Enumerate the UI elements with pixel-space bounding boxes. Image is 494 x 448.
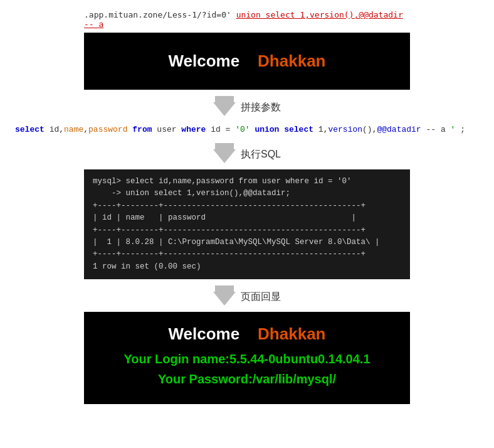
result-login-name: Your Login name:5.5.44-0ubuntu0.14.04.1 bbox=[84, 349, 410, 369]
sql-union: union select bbox=[255, 125, 318, 134]
arrow-head-3 bbox=[213, 292, 236, 306]
url-text: .app.mituan.zone/Less-1/?id=0' bbox=[84, 10, 236, 19]
sql-comment: -- a bbox=[426, 125, 450, 134]
arrow-group-1: 拼接参数 bbox=[213, 96, 281, 116]
mysql-border-2: +----+--------+-------------------------… bbox=[93, 225, 401, 237]
arrow-group-3: 页面回显 bbox=[213, 285, 281, 306]
result-name-label: Dhakkan bbox=[258, 324, 325, 343]
sql-comma1: , bbox=[83, 125, 88, 134]
sql-semi: ; bbox=[460, 125, 465, 134]
arrow-label-3: 页面回显 bbox=[241, 291, 281, 304]
mysql-row: | 1 | 8.0.28 | C:\ProgramData\MySQL\MySQ… bbox=[93, 237, 401, 248]
result-welcome-line: Welcome Dhakkan bbox=[84, 324, 410, 344]
sql-line: select id,name,password from user where … bbox=[9, 122, 485, 137]
mysql-border-3: +----+--------+-------------------------… bbox=[93, 248, 401, 260]
sql-id: id = bbox=[211, 125, 235, 134]
result-box: Welcome Dhakkan Your Login name:5.5.44-0… bbox=[84, 312, 410, 404]
mysql-rowcount: 1 row in set (0.00 sec) bbox=[93, 261, 401, 273]
sql-paren: (), bbox=[362, 125, 377, 134]
result-welcome-label: Welcome bbox=[169, 324, 240, 343]
sql-fields: id, bbox=[50, 125, 64, 134]
arrow-shaft-2 bbox=[215, 143, 234, 149]
arrow-group-2: 执行SQL bbox=[213, 143, 281, 163]
sql-version: version bbox=[328, 125, 362, 134]
sql-where: where bbox=[181, 125, 206, 134]
mysql-line-1: mysql> select id,name,password from user… bbox=[93, 176, 401, 188]
arrow-head-2 bbox=[213, 149, 236, 163]
arrow-shaft-3 bbox=[215, 285, 234, 292]
arrow-shaft-1 bbox=[215, 96, 234, 102]
arrow-head-1 bbox=[213, 102, 236, 116]
mysql-header: | id | name | password | bbox=[93, 212, 401, 224]
mysql-border-1: +----+--------+-------------------------… bbox=[93, 200, 401, 212]
sql-one: 1, bbox=[318, 125, 328, 134]
sql-select: select bbox=[15, 125, 45, 134]
sql-datadir: @@datadir bbox=[377, 125, 421, 134]
sql-val: '0' bbox=[235, 125, 250, 134]
mysql-terminal: mysql> select id,name,password from user… bbox=[84, 169, 410, 279]
sql-table: user bbox=[157, 125, 181, 134]
sql-from: from bbox=[132, 125, 152, 134]
result-password: Your Password:/var/lib/mysql/ bbox=[84, 369, 410, 389]
dhakkan-label-1: Dhakkan bbox=[258, 51, 325, 70]
welcome-label-1: Welcome bbox=[169, 51, 240, 70]
mysql-line-2: -> union select 1,version(),@@datadir; bbox=[93, 188, 401, 200]
welcome-box-1: Welcome Dhakkan bbox=[84, 33, 410, 90]
sql-quote: ' bbox=[451, 125, 456, 134]
url-bar: .app.mituan.zone/Less-1/?id=0' union sel… bbox=[84, 10, 410, 29]
arrow-label-1: 拼接参数 bbox=[241, 101, 281, 114]
sql-name-field: name bbox=[64, 125, 83, 134]
arrow-label-2: 执行SQL bbox=[241, 148, 281, 161]
sql-pw-field: password bbox=[88, 125, 127, 134]
